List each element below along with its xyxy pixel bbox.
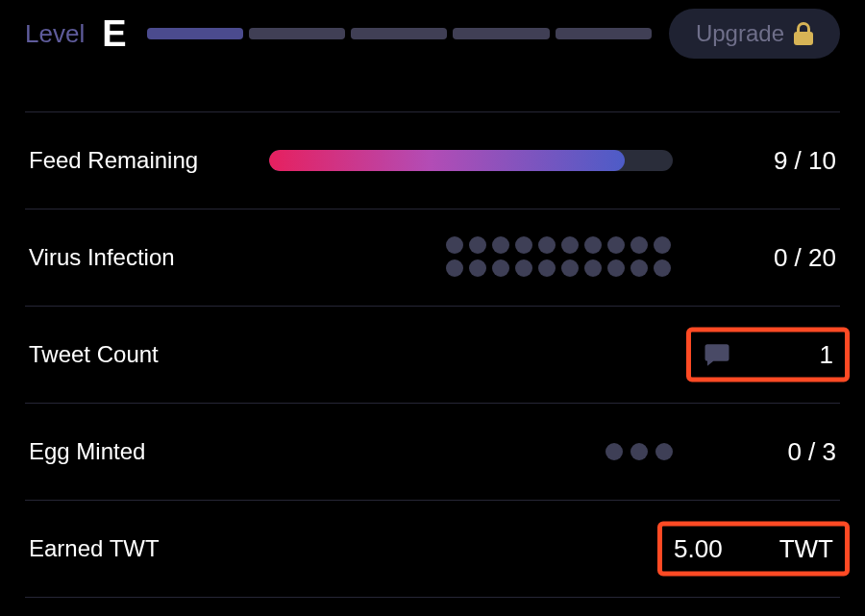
- level-bar-segment: [249, 28, 345, 39]
- feed-bar-wrap: [240, 150, 673, 171]
- virus-dot: [515, 259, 532, 277]
- stat-value: 0 / 20: [673, 243, 836, 273]
- virus-dot: [538, 236, 556, 254]
- level-value: E: [102, 13, 125, 55]
- stats-list: Feed Remaining 9 / 10 Virus Infection 0 …: [25, 111, 840, 598]
- virus-dot: [469, 259, 486, 277]
- row-virus-infection: Virus Infection 0 / 20: [25, 209, 840, 306]
- row-tweet-count: Tweet Count 1: [25, 306, 840, 403]
- upgrade-button[interactable]: Upgrade: [669, 9, 840, 59]
- virus-dot: [446, 236, 463, 254]
- egg-dot: [606, 443, 623, 460]
- stat-label: Virus Infection: [29, 244, 240, 271]
- virus-dot: [607, 259, 625, 277]
- virus-dot: [492, 236, 509, 254]
- level-progress: [147, 28, 652, 39]
- highlight-earned: 5.00 TWT: [657, 522, 850, 577]
- virus-dot: [561, 236, 579, 254]
- level-bar-segment: [351, 28, 447, 39]
- feed-progress-fill: [269, 150, 625, 171]
- stat-label: Earned TWT: [29, 535, 240, 562]
- upgrade-button-label: Upgrade: [696, 20, 784, 47]
- row-earned-twt: Earned TWT 5.00 TWT: [25, 500, 840, 598]
- stats-panel: Level E Upgrade Feed Remaining 9 / 10 Vi…: [0, 0, 865, 616]
- virus-dot: [584, 259, 602, 277]
- highlight-tweet: 1: [686, 328, 850, 382]
- virus-dot: [515, 236, 532, 254]
- virus-dot: [630, 236, 648, 254]
- level-label: Level: [25, 19, 85, 49]
- row-egg-minted: Egg Minted 0 / 3: [25, 403, 840, 500]
- tweet-count-value: 1: [820, 340, 833, 370]
- level-bar-segment: [556, 28, 652, 39]
- stat-value: 0 / 3: [673, 437, 836, 467]
- level-bar-segment: [147, 28, 243, 39]
- virus-dot: [446, 259, 463, 277]
- virus-dot: [654, 236, 671, 254]
- earned-amount: 5.00: [674, 534, 723, 564]
- stat-value: 9 / 10: [673, 146, 836, 176]
- virus-dot: [469, 236, 486, 254]
- egg-dots: [606, 443, 673, 460]
- speech-bubble-icon: [703, 340, 731, 369]
- virus-dot: [538, 259, 556, 277]
- virus-dots: [446, 236, 673, 279]
- virus-dot: [492, 259, 509, 277]
- egg-dot: [655, 443, 673, 460]
- egg-dots-wrap: [240, 443, 673, 460]
- virus-dot: [630, 259, 648, 277]
- stat-label: Tweet Count: [29, 341, 240, 368]
- earned-unit: TWT: [779, 534, 833, 564]
- feed-progress-bar: [269, 150, 673, 171]
- lock-icon: [794, 22, 813, 45]
- level-bar-segment: [453, 28, 549, 39]
- level-header: Level E Upgrade: [25, 0, 840, 67]
- stat-label: Egg Minted: [29, 438, 240, 465]
- virus-dots-wrap: [240, 236, 673, 279]
- virus-dot: [654, 259, 671, 277]
- row-feed-remaining: Feed Remaining 9 / 10: [25, 111, 840, 209]
- egg-dot: [630, 443, 648, 460]
- virus-dot: [607, 236, 625, 254]
- virus-dot: [584, 236, 602, 254]
- virus-dot: [561, 259, 579, 277]
- stat-label: Feed Remaining: [29, 147, 240, 174]
